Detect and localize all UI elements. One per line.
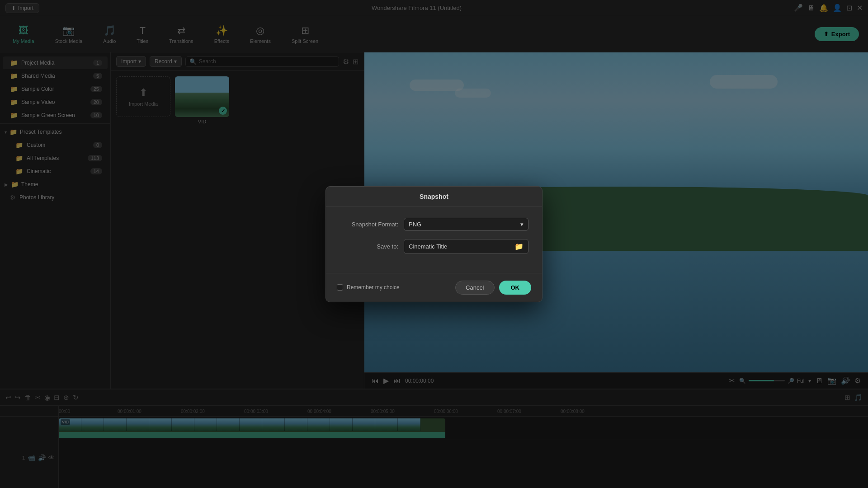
save-to-path[interactable]: Cinematic Title 📁	[404, 239, 528, 254]
save-to-row: Save to: Cinematic Title 📁	[340, 239, 528, 254]
dialog-footer-buttons: Cancel OK	[455, 281, 531, 295]
format-row: Snapshot Format: PNG ▾	[340, 218, 528, 231]
remember-label: Remember my choice	[347, 284, 400, 291]
dialog-title-bar: Snapshot	[326, 187, 542, 207]
format-label: Snapshot Format:	[340, 221, 398, 228]
checkbox[interactable]	[337, 284, 343, 291]
remember-choice-checkbox[interactable]: Remember my choice	[337, 284, 400, 291]
dialog-overlay: Snapshot Snapshot Format: PNG ▾ Save to:…	[0, 0, 868, 488]
snapshot-dialog: Snapshot Snapshot Format: PNG ▾ Save to:…	[326, 186, 542, 302]
dialog-footer: Remember my choice Cancel OK	[326, 273, 542, 302]
dialog-title: Snapshot	[420, 193, 448, 200]
save-to-value: Cinematic Title	[409, 243, 447, 250]
save-to-label: Save to:	[340, 243, 398, 250]
cancel-button[interactable]: Cancel	[455, 281, 494, 295]
format-value: PNG	[409, 221, 421, 228]
format-select[interactable]: PNG ▾	[404, 218, 528, 231]
dialog-body: Snapshot Format: PNG ▾ Save to: Cinemati…	[326, 207, 542, 273]
ok-button[interactable]: OK	[499, 281, 532, 295]
select-arrow-icon: ▾	[520, 221, 524, 228]
folder-browse-icon[interactable]: 📁	[514, 242, 524, 251]
